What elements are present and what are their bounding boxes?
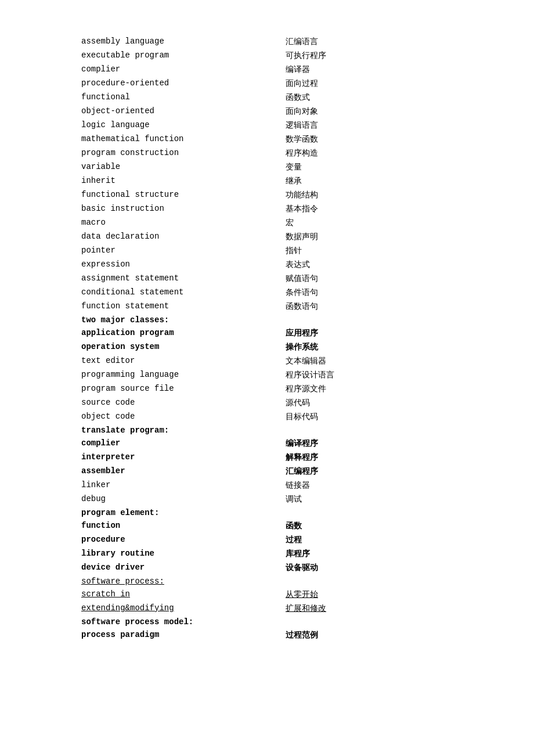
table-row: data declaration数据声明 <box>81 230 453 244</box>
table-row: scratch in从零开始 <box>81 588 453 602</box>
chinese-term: 指针 <box>286 244 453 258</box>
english-term: macro <box>81 216 286 230</box>
table-row: expression表达式 <box>81 258 453 272</box>
chinese-term: 编译程序 <box>286 437 453 451</box>
table-row: function函数 <box>81 519 453 533</box>
table-row: interpreter解释程序 <box>81 451 453 465</box>
chinese-term: 条件语句 <box>286 286 453 300</box>
english-term: text editor <box>81 354 286 368</box>
english-term: linker <box>81 478 286 492</box>
english-term: complier <box>81 437 286 451</box>
chinese-term: 表达式 <box>286 258 453 272</box>
table-row: mathematical function数学函数 <box>81 132 453 146</box>
chinese-term <box>286 314 453 326</box>
english-term: inherit <box>81 174 286 188</box>
table-row: process paradigm过程范例 <box>81 628 453 642</box>
table-row: text editor文本编辑器 <box>81 354 453 368</box>
chinese-term: 继承 <box>286 174 453 188</box>
chinese-term: 操作系统 <box>286 340 453 354</box>
english-term: debug <box>81 492 286 506</box>
chinese-term: 变量 <box>286 160 453 174</box>
table-row: logic language逻辑语言 <box>81 118 453 132</box>
table-row: functional函数式 <box>81 91 453 105</box>
chinese-term: 调试 <box>286 492 453 506</box>
chinese-term <box>286 615 453 628</box>
table-row: conditional statement条件语句 <box>81 286 453 300</box>
english-term: scratch in <box>81 588 286 602</box>
table-row: programming language程序设计语言 <box>81 368 453 382</box>
table-row: software process: <box>81 575 453 588</box>
chinese-term: 解释程序 <box>286 451 453 465</box>
english-term: process paradigm <box>81 628 286 642</box>
vocabulary-table: assembly language汇编语言executable program可… <box>81 35 453 642</box>
table-row: complier编译器 <box>81 63 453 77</box>
chinese-term: 功能结构 <box>286 188 453 202</box>
table-row: functional structure功能结构 <box>81 188 453 202</box>
english-term: assignment statement <box>81 272 286 286</box>
chinese-term <box>286 506 453 519</box>
chinese-term: 面向过程 <box>286 77 453 91</box>
english-term: software process: <box>81 575 286 588</box>
table-row: assignment statement赋值语句 <box>81 272 453 286</box>
table-row: assembler汇编程序 <box>81 465 453 478</box>
table-row: debug调试 <box>81 492 453 506</box>
chinese-term: 编译器 <box>286 63 453 77</box>
english-term: program element: <box>81 506 286 519</box>
english-term: extending&modifying <box>81 602 286 615</box>
chinese-term: 逻辑语言 <box>286 118 453 132</box>
english-term: logic language <box>81 118 286 132</box>
english-term: program source file <box>81 382 286 396</box>
chinese-term: 程序构造 <box>286 146 453 160</box>
english-term: device driver <box>81 561 286 575</box>
english-term: assembler <box>81 465 286 478</box>
table-row: software process model: <box>81 615 453 628</box>
table-row: program construction程序构造 <box>81 146 453 160</box>
chinese-term: 应用程序 <box>286 326 453 340</box>
english-term: basic instruction <box>81 202 286 216</box>
chinese-term: 宏 <box>286 216 453 230</box>
chinese-term: 赋值语句 <box>286 272 453 286</box>
chinese-term: 过程范例 <box>286 628 453 642</box>
table-row: translate program: <box>81 424 453 437</box>
english-term: procedure-oriented <box>81 77 286 91</box>
table-row: basic instruction基本指令 <box>81 202 453 216</box>
table-row: extending&modifying扩展和修改 <box>81 602 453 615</box>
english-term: conditional statement <box>81 286 286 300</box>
chinese-term: 汇编程序 <box>286 465 453 478</box>
chinese-term: 源代码 <box>286 396 453 410</box>
chinese-term: 设备驱动 <box>286 561 453 575</box>
table-row: complier编译程序 <box>81 437 453 451</box>
chinese-term: 可执行程序 <box>286 49 453 63</box>
english-term: functional structure <box>81 188 286 202</box>
table-row: inherit继承 <box>81 174 453 188</box>
chinese-term: 汇编语言 <box>286 35 453 49</box>
english-term: assembly language <box>81 35 286 49</box>
chinese-term: 库程序 <box>286 547 453 561</box>
english-term: data declaration <box>81 230 286 244</box>
table-row: source code源代码 <box>81 396 453 410</box>
table-row: linker链接器 <box>81 478 453 492</box>
table-row: program source file程序源文件 <box>81 382 453 396</box>
english-term: function statement <box>81 300 286 314</box>
table-row: object code目标代码 <box>81 410 453 424</box>
chinese-term: 链接器 <box>286 478 453 492</box>
chinese-term <box>286 575 453 588</box>
chinese-term: 基本指令 <box>286 202 453 216</box>
english-term: expression <box>81 258 286 272</box>
english-term: functional <box>81 91 286 105</box>
english-term: translate program: <box>81 424 286 437</box>
table-row: function statement函数语句 <box>81 300 453 314</box>
chinese-term: 函数语句 <box>286 300 453 314</box>
table-row: application program应用程序 <box>81 326 453 340</box>
english-term: pointer <box>81 244 286 258</box>
english-term: mathematical function <box>81 132 286 146</box>
chinese-term <box>286 424 453 437</box>
chinese-term: 函数 <box>286 519 453 533</box>
chinese-term: 函数式 <box>286 91 453 105</box>
chinese-term: 数学函数 <box>286 132 453 146</box>
english-term: operation system <box>81 340 286 354</box>
english-term: programming language <box>81 368 286 382</box>
chinese-term: 从零开始 <box>286 588 453 602</box>
english-term: complier <box>81 63 286 77</box>
table-row: two major classes: <box>81 314 453 326</box>
